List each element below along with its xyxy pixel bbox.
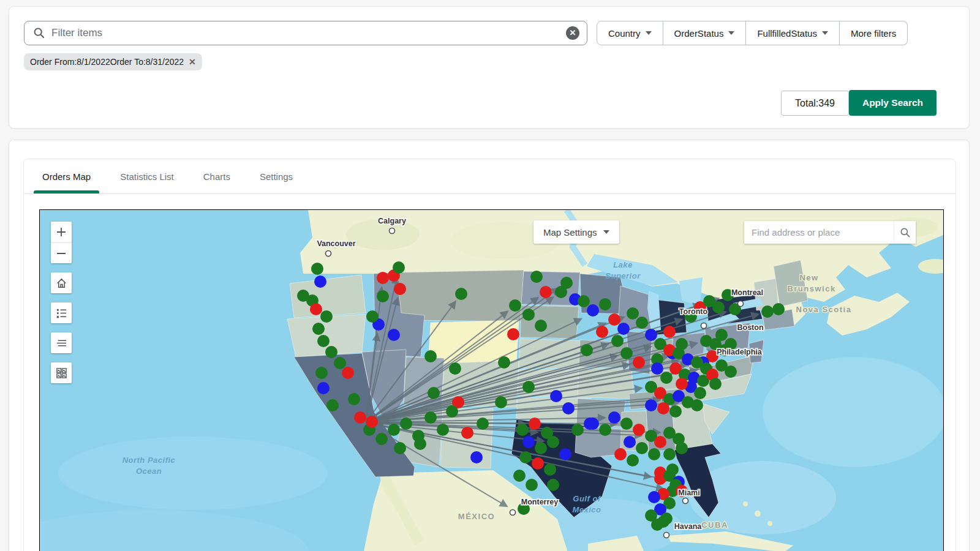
- tab-settings[interactable]: Settings: [250, 159, 303, 193]
- order-marker[interactable]: [315, 367, 328, 379]
- tab-orders-map[interactable]: Orders Map: [32, 159, 100, 193]
- order-marker[interactable]: [377, 290, 389, 302]
- layers-button[interactable]: [51, 332, 72, 353]
- order-marker[interactable]: [633, 424, 645, 436]
- order-marker[interactable]: [312, 323, 325, 335]
- order-marker[interactable]: [599, 424, 611, 436]
- order-marker[interactable]: [375, 433, 388, 445]
- order-marker[interactable]: [627, 454, 639, 467]
- order-marker[interactable]: [470, 451, 483, 463]
- order-marker[interactable]: [559, 448, 571, 460]
- filter-dropdown-orderstatus[interactable]: OrderStatus: [663, 21, 747, 45]
- order-marker[interactable]: [663, 448, 676, 460]
- order-marker[interactable]: [648, 448, 660, 460]
- order-marker[interactable]: [325, 346, 337, 358]
- order-marker[interactable]: [311, 263, 323, 275]
- order-marker[interactable]: [522, 309, 535, 321]
- order-marker[interactable]: [317, 335, 330, 347]
- order-marker[interactable]: [526, 479, 538, 491]
- order-marker[interactable]: [772, 303, 785, 315]
- order-marker[interactable]: [393, 261, 405, 274]
- order-marker[interactable]: [657, 402, 669, 414]
- order-marker[interactable]: [513, 470, 526, 482]
- order-marker[interactable]: [608, 411, 620, 424]
- order-marker[interactable]: [388, 424, 400, 436]
- order-marker[interactable]: [636, 317, 648, 329]
- order-marker[interactable]: [571, 424, 584, 436]
- order-marker[interactable]: [535, 442, 547, 454]
- order-marker[interactable]: [599, 298, 611, 310]
- order-marker[interactable]: [535, 320, 547, 332]
- applied-filter-chip[interactable]: Order From:8/1/2022Order To:8/31/2022 ✕: [24, 53, 202, 70]
- filter-dropdown-fullfilledstatus[interactable]: FullfilledStatus: [746, 21, 840, 45]
- order-marker[interactable]: [547, 436, 559, 448]
- order-marker[interactable]: [636, 442, 648, 454]
- order-marker[interactable]: [581, 344, 593, 356]
- order-marker[interactable]: [660, 372, 673, 384]
- order-marker[interactable]: [761, 305, 774, 318]
- order-marker[interactable]: [394, 442, 406, 454]
- order-marker[interactable]: [676, 442, 688, 454]
- order-marker[interactable]: [297, 290, 309, 302]
- filter-search-box[interactable]: ✕: [24, 21, 587, 45]
- map-search-icon[interactable]: [894, 221, 916, 244]
- order-marker[interactable]: [314, 276, 326, 288]
- order-marker[interactable]: [627, 307, 639, 320]
- order-marker[interactable]: [648, 491, 660, 503]
- order-marker[interactable]: [400, 418, 412, 430]
- order-marker[interactable]: [509, 299, 521, 312]
- order-marker[interactable]: [498, 356, 510, 369]
- order-marker[interactable]: [428, 387, 440, 399]
- order-marker[interactable]: [522, 436, 535, 448]
- order-marker[interactable]: [449, 362, 461, 375]
- order-marker[interactable]: [584, 418, 596, 430]
- zoom-in-button[interactable]: [51, 222, 72, 242]
- order-marker[interactable]: [495, 396, 507, 408]
- order-marker[interactable]: [560, 277, 573, 289]
- order-marker[interactable]: [310, 303, 322, 315]
- order-marker[interactable]: [715, 329, 728, 341]
- order-marker[interactable]: [388, 329, 400, 341]
- order-marker[interactable]: [614, 448, 627, 460]
- order-marker[interactable]: [657, 515, 669, 528]
- order-marker[interactable]: [709, 378, 722, 390]
- order-marker[interactable]: [633, 356, 645, 369]
- order-marker[interactable]: [691, 399, 703, 411]
- map-settings-button[interactable]: Map Settings: [533, 220, 619, 244]
- order-marker[interactable]: [547, 479, 559, 491]
- order-marker[interactable]: [645, 329, 657, 341]
- order-marker[interactable]: [455, 288, 467, 300]
- order-marker[interactable]: [424, 350, 437, 362]
- order-marker[interactable]: [326, 399, 339, 411]
- clear-search-icon[interactable]: ✕: [566, 26, 579, 40]
- order-marker[interactable]: [532, 457, 544, 470]
- order-marker[interactable]: [611, 335, 624, 347]
- order-marker[interactable]: [366, 416, 378, 428]
- order-marker[interactable]: [522, 381, 535, 393]
- search-input[interactable]: [51, 27, 566, 39]
- order-marker[interactable]: [620, 347, 633, 359]
- apply-search-button[interactable]: Apply Search: [849, 90, 937, 116]
- order-marker[interactable]: [394, 283, 406, 295]
- order-marker[interactable]: [676, 378, 688, 390]
- tab-charts[interactable]: Charts: [194, 159, 240, 193]
- order-marker[interactable]: [587, 304, 599, 317]
- order-marker[interactable]: [414, 438, 426, 450]
- order-marker[interactable]: [725, 365, 737, 378]
- order-marker[interactable]: [544, 463, 556, 476]
- order-marker[interactable]: [663, 326, 676, 338]
- order-marker[interactable]: [348, 393, 360, 405]
- order-marker[interactable]: [424, 411, 437, 424]
- more-filters-button[interactable]: More filters: [840, 21, 908, 45]
- order-marker[interactable]: [461, 427, 473, 439]
- orders-map-canvas[interactable]: CalgaryVancouverTorontoMontrealBostonPhi…: [39, 209, 944, 551]
- order-marker[interactable]: [694, 387, 706, 399]
- order-marker[interactable]: [530, 271, 543, 283]
- legend-button[interactable]: [51, 302, 72, 323]
- order-marker[interactable]: [437, 424, 449, 436]
- order-marker[interactable]: [334, 357, 346, 369]
- tab-statistics-list[interactable]: Statistics List: [110, 159, 184, 193]
- order-marker[interactable]: [516, 424, 529, 436]
- order-marker[interactable]: [669, 405, 682, 418]
- order-marker[interactable]: [540, 286, 552, 298]
